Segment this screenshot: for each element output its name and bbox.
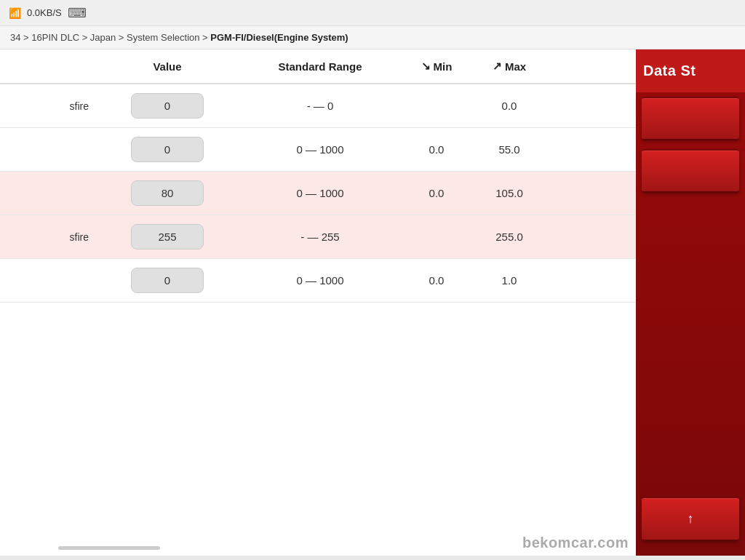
right-panel: Data St ↑ (636, 49, 745, 556)
value-pill: 0 (131, 93, 204, 119)
right-button-1[interactable] (642, 97, 739, 140)
standard-range: - — 255 (240, 231, 400, 243)
table-row: 0 0 — 1000 0.0 1.0 (0, 259, 636, 303)
standard-range: 0 — 1000 (240, 187, 400, 199)
up-arrow-icon: ↑ (688, 511, 694, 526)
watermark: bekomcar.com (522, 535, 629, 551)
value-pill: 0 (131, 137, 204, 162)
value-box: 255 (95, 224, 240, 249)
table-body: sfire 0 - — 0 0.0 0 0 — 1000 0.0 55.0 (0, 84, 636, 303)
max-icon: ↗ (493, 60, 502, 73)
value-box: 0 (95, 137, 240, 162)
value-box: 80 (95, 180, 240, 206)
breadcrumb-path: 34 > 16PIN DLC > Japan > System Selectio… (10, 32, 348, 43)
table-row: sfire 0 - — 0 0.0 (0, 84, 636, 128)
value-pill: 80 (131, 180, 204, 206)
right-button-2[interactable] (642, 149, 739, 193)
table-row-highlighted: sfire 255 - — 255 255.0 (0, 215, 636, 259)
standard-range: 0 — 1000 (240, 274, 400, 287)
max-val: 55.0 (473, 143, 546, 156)
max-val: 255.0 (473, 231, 546, 243)
breadcrumb: 34 > 16PIN DLC > Japan > System Selectio… (0, 26, 745, 49)
min-icon: ↘ (421, 60, 431, 73)
scroll-indicator (58, 546, 160, 550)
col-label-range: Standard Range (240, 60, 400, 73)
value-pill: 255 (131, 224, 204, 249)
min-val: 0.0 (400, 187, 473, 199)
main-container: Value Standard Range ↘ Min ↗ Max sfire 0… (0, 49, 745, 556)
table-row: 0 0 — 1000 0.0 55.0 (0, 128, 636, 172)
min-val: 0.0 (400, 143, 473, 156)
keyboard-icon: ⌨ (68, 5, 87, 21)
max-val: 0.0 (473, 100, 546, 112)
col-label-max: ↗ Max (473, 60, 546, 73)
max-val: 105.0 (473, 187, 546, 199)
col-label-min: ↘ Min (400, 60, 473, 73)
value-pill: 0 (131, 268, 204, 293)
right-button-up[interactable]: ↑ (642, 497, 739, 541)
row-label: sfire (0, 231, 95, 243)
col-label-value: Value (95, 60, 240, 73)
standard-range: - — 0 (240, 100, 400, 112)
min-val: 0.0 (400, 274, 473, 287)
table-area: Value Standard Range ↘ Min ↗ Max sfire 0… (0, 49, 636, 556)
wifi-icon: 📶 (9, 7, 21, 19)
col-label-name (0, 60, 95, 73)
row-label: sfire (0, 100, 95, 112)
max-val: 1.0 (473, 274, 546, 287)
value-box: 0 (95, 268, 240, 293)
table-row-highlighted: 80 0 — 1000 0.0 105.0 (0, 172, 636, 215)
table-header: Value Standard Range ↘ Min ↗ Max (0, 49, 636, 84)
speed-display: 0.0KB/S (27, 7, 62, 18)
status-bar: 📶 0.0KB/S ⌨ (0, 0, 745, 26)
value-box: 0 (95, 93, 240, 119)
data-stream-header: Data St (636, 49, 745, 92)
standard-range: 0 — 1000 (240, 143, 400, 156)
